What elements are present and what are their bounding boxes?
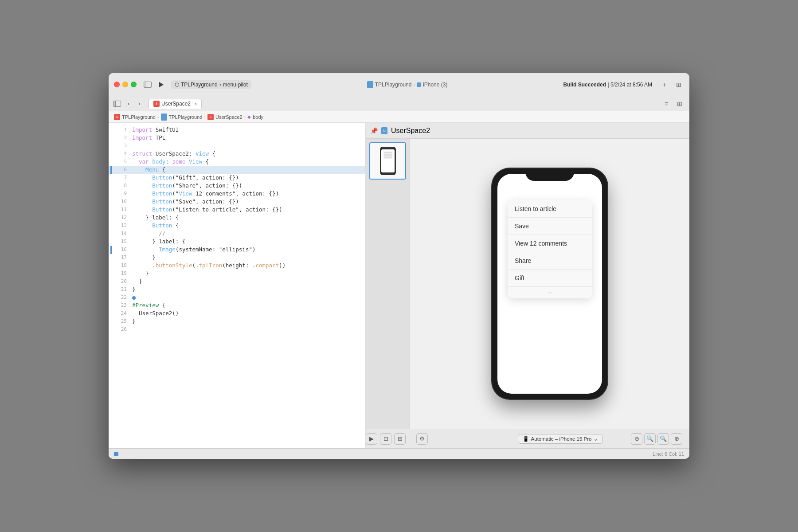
sidebar-toggle2[interactable] [113, 101, 121, 107]
line-number-10: 10 [113, 198, 127, 204]
code-line-6[interactable]: 6 Menu { [109, 166, 365, 174]
device-chip-label: Automatic – iPhone 15 Pro [531, 436, 592, 442]
tab-close-icon[interactable]: × [194, 101, 197, 106]
code-line-8[interactable]: 8 Button("Share", action: {}) [109, 182, 365, 190]
code-editor[interactable]: 1import SwiftUI2import TPL3 4struct User… [109, 123, 366, 448]
tab-label: UserSpace2 [161, 101, 191, 107]
toolbar-right: + ⊞ [659, 79, 684, 90]
inspect-preview-btn[interactable]: ⊡ [380, 433, 391, 445]
code-line-10[interactable]: 10 Button("Save", action: {}) [109, 198, 365, 206]
code-line-20[interactable]: 20 } [109, 278, 365, 286]
code-line-18[interactable]: 18 .buttonStyle(.tplIcon(height: .compac… [109, 262, 365, 270]
swift-file-icon: S [114, 114, 120, 120]
line-indicator-12 [110, 214, 112, 222]
back-button[interactable]: ‹ [124, 99, 133, 108]
run-button[interactable] [155, 80, 168, 90]
code-line-14[interactable]: 14 // [109, 230, 365, 238]
zoom-actual-btn[interactable]: ⊕ [671, 433, 682, 445]
line-indicator-6 [110, 166, 112, 174]
line-code-21: } [132, 286, 364, 293]
thumbnail-card-1[interactable] [369, 142, 406, 180]
inspector-icon[interactable]: ⊞ [674, 98, 685, 109]
scheme-selector[interactable]: ⬡ TPLPlayground › menu-pilot [171, 80, 251, 89]
line-indicator-18 [110, 262, 112, 270]
code-line-15[interactable]: 15 } label: { [109, 238, 365, 246]
zoom-out-btn[interactable]: 🔍 [644, 433, 656, 445]
code-line-11[interactable]: 11 Button("Listen to article", action: {… [109, 206, 365, 214]
line-indicator-17 [110, 254, 112, 262]
forward-button[interactable]: › [134, 99, 144, 108]
line-code-3 [132, 142, 364, 149]
mini-phone-1 [380, 147, 396, 175]
code-line-25[interactable]: 25} [109, 318, 365, 326]
code-line-26[interactable]: 26 [109, 326, 365, 334]
line-code-11: Button("Listen to article", action: {}) [132, 206, 364, 213]
zoom-in-btn[interactable]: 🔍 [657, 433, 669, 445]
close-button[interactable] [114, 82, 120, 87]
line-code-6: Menu { [132, 166, 364, 173]
code-line-13[interactable]: 13 Button { [109, 222, 365, 230]
line-number-8: 8 [113, 182, 127, 188]
preview-bottom-left: ▶ ⊡ ⊞ [366, 433, 406, 445]
code-line-19[interactable]: 19 } [109, 270, 365, 278]
line-number-21: 21 [113, 286, 127, 292]
line-indicator-4 [110, 150, 112, 158]
code-line-1[interactable]: 1import SwiftUI [109, 126, 365, 134]
line-indicator-7 [110, 174, 112, 182]
tab-userspace2[interactable]: S UserSpace2 × [149, 99, 202, 109]
path-part-3[interactable]: UserSpace2 [215, 114, 243, 120]
folder-icon [161, 113, 167, 121]
fullscreen-button[interactable] [131, 82, 137, 87]
line-indicator-8 [110, 182, 112, 190]
menu-item-listen[interactable]: Listen to article [508, 200, 592, 218]
line-indicator-14 [110, 230, 112, 238]
titlebar: ⬡ TPLPlayground › menu-pilot TPLPlaygrou… [109, 73, 689, 96]
line-number-17: 17 [113, 254, 127, 260]
code-line-7[interactable]: 7 Button("Gift", action: {}) [109, 174, 365, 182]
path-part-1[interactable]: TPLPlayground [122, 114, 156, 120]
add-button[interactable]: + [659, 79, 670, 90]
preview-panel: 📌 U UserSpace2 [366, 123, 689, 448]
code-line-23[interactable]: 23#Preview { [109, 302, 365, 310]
zoom-fit-btn[interactable]: ⊖ [631, 433, 642, 445]
line-number-12: 12 [113, 214, 127, 220]
preview-main: Listen to article Save View 12 comments … [366, 139, 689, 429]
code-line-9[interactable]: 9 Button("View 12 comments", action: {}) [109, 190, 365, 198]
menu-item-gift[interactable]: Gift [508, 270, 592, 287]
pin-icon[interactable]: 📌 [370, 127, 378, 134]
grid-preview-btn[interactable]: ⊞ [394, 433, 406, 445]
code-line-4[interactable]: 4struct UserSpace2: View { [109, 150, 365, 158]
line-indicator-9 [110, 190, 112, 198]
code-line-2[interactable]: 2import TPL [109, 134, 365, 142]
play-preview-btn[interactable]: ▶ [366, 433, 377, 445]
swift-icon2: S [207, 114, 214, 120]
status-indicator [114, 452, 118, 456]
code-line-24[interactable]: 24 UserSpace2() [109, 310, 365, 318]
symbol-list-icon[interactable]: ≡ [661, 98, 672, 109]
layout-button[interactable]: ⊞ [673, 79, 684, 90]
sidebar-toggle[interactable] [144, 82, 152, 88]
code-line-12[interactable]: 12 } label: { [109, 214, 365, 222]
device-chip[interactable]: 📱 Automatic – iPhone 15 Pro ⌄ [518, 434, 603, 444]
line-number-1: 1 [113, 126, 127, 133]
menu-item-save[interactable]: Save [508, 218, 592, 235]
code-line-22[interactable]: 22 [109, 294, 365, 302]
thumbnail-inner-1 [370, 143, 405, 179]
settings-preview-btn[interactable]: ⚙ [416, 433, 428, 445]
main-content: 1import SwiftUI2import TPL3 4struct User… [109, 123, 689, 448]
code-line-17[interactable]: 17 } [109, 254, 365, 262]
line-code-13: Button { [132, 222, 364, 229]
path-part-4[interactable]: body [253, 114, 263, 120]
code-line-5[interactable]: 5 var body: some View { [109, 158, 365, 166]
thumbnail-sidebar [366, 139, 410, 429]
menu-item-comments[interactable]: View 12 comments [508, 235, 592, 252]
code-line-3[interactable]: 3 [109, 142, 365, 150]
path-part-2[interactable]: TPLPlayground [169, 114, 203, 120]
line-code-24: UserSpace2() [132, 310, 364, 317]
device-chip-icon: 📱 [523, 436, 529, 442]
menu-item-share[interactable]: Share [508, 252, 592, 270]
minimize-button[interactable] [122, 82, 128, 87]
code-line-16[interactable]: 16 Image(systemName: "ellipsis") [109, 246, 365, 254]
line-indicator-23 [110, 302, 112, 310]
code-line-21[interactable]: 21} [109, 286, 365, 294]
